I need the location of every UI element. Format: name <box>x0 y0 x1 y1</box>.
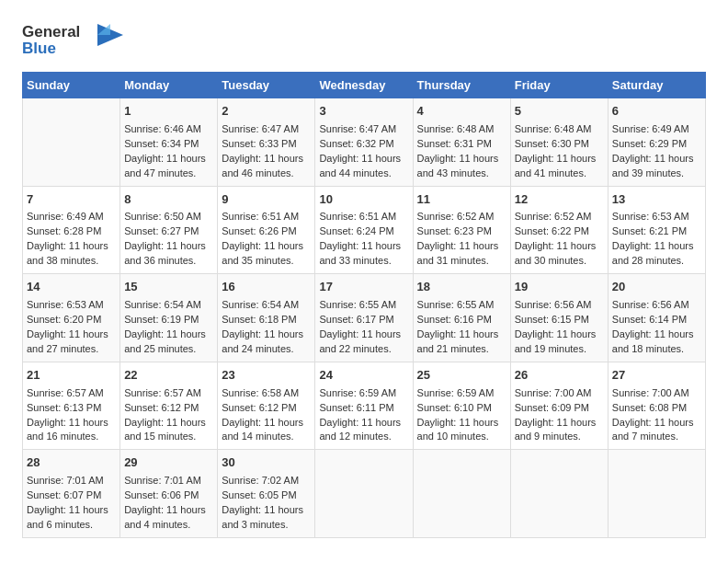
calendar-day: 21Sunrise: 6:57 AM Sunset: 6:13 PM Dayli… <box>23 362 120 450</box>
calendar-day: 3Sunrise: 6:47 AM Sunset: 6:32 PM Daylig… <box>315 98 413 187</box>
day-number: 19 <box>515 279 604 296</box>
calendar-day: 1Sunrise: 6:46 AM Sunset: 6:34 PM Daylig… <box>120 98 218 187</box>
calendar-day: 20Sunrise: 6:56 AM Sunset: 6:14 PM Dayli… <box>608 274 705 362</box>
weekday-header: Sunday <box>23 73 120 98</box>
day-info: Sunrise: 6:47 AM Sunset: 6:32 PM Dayligh… <box>319 122 408 181</box>
day-number: 5 <box>515 103 604 121</box>
calendar-week: 1Sunrise: 6:46 AM Sunset: 6:34 PM Daylig… <box>23 98 706 187</box>
day-info: Sunrise: 6:52 AM Sunset: 6:23 PM Dayligh… <box>417 210 506 269</box>
calendar-day: 12Sunrise: 6:52 AM Sunset: 6:22 PM Dayli… <box>510 186 608 274</box>
day-info: Sunrise: 6:57 AM Sunset: 6:13 PM Dayligh… <box>27 386 116 445</box>
weekday-header: Thursday <box>413 73 510 98</box>
calendar-day: 28Sunrise: 7:01 AM Sunset: 6:07 PM Dayli… <box>23 450 120 538</box>
calendar-day <box>413 450 510 538</box>
day-number: 27 <box>612 367 701 385</box>
day-number: 26 <box>515 367 604 385</box>
calendar-day: 27Sunrise: 7:00 AM Sunset: 6:08 PM Dayli… <box>608 362 705 450</box>
day-number: 25 <box>417 367 506 385</box>
calendar-week: 14Sunrise: 6:53 AM Sunset: 6:20 PM Dayli… <box>23 274 706 362</box>
day-info: Sunrise: 6:54 AM Sunset: 6:18 PM Dayligh… <box>222 298 311 357</box>
calendar-day: 15Sunrise: 6:54 AM Sunset: 6:19 PM Dayli… <box>120 274 218 362</box>
day-number: 12 <box>515 191 604 209</box>
day-number: 18 <box>417 279 506 296</box>
day-info: Sunrise: 6:58 AM Sunset: 6:12 PM Dayligh… <box>222 386 311 445</box>
day-number: 17 <box>319 279 408 296</box>
day-number: 1 <box>124 103 213 121</box>
day-number: 15 <box>124 279 213 296</box>
page-header: General Blue <box>22 18 706 63</box>
day-info: Sunrise: 6:53 AM Sunset: 6:21 PM Dayligh… <box>612 210 701 269</box>
calendar-day: 23Sunrise: 6:58 AM Sunset: 6:12 PM Dayli… <box>218 362 315 450</box>
calendar-header: SundayMondayTuesdayWednesdayThursdayFrid… <box>23 73 706 98</box>
day-number: 2 <box>222 103 311 121</box>
weekday-header: Tuesday <box>218 73 315 98</box>
calendar-day <box>608 450 705 538</box>
day-number: 30 <box>222 454 311 472</box>
day-info: Sunrise: 6:48 AM Sunset: 6:30 PM Dayligh… <box>515 122 604 181</box>
day-info: Sunrise: 6:49 AM Sunset: 6:28 PM Dayligh… <box>27 210 116 269</box>
day-number: 29 <box>124 454 213 472</box>
day-number: 14 <box>27 279 116 296</box>
calendar-day: 19Sunrise: 6:56 AM Sunset: 6:15 PM Dayli… <box>510 274 608 362</box>
day-info: Sunrise: 6:51 AM Sunset: 6:24 PM Dayligh… <box>319 210 408 269</box>
day-info: Sunrise: 6:51 AM Sunset: 6:26 PM Dayligh… <box>222 210 311 269</box>
calendar-day: 25Sunrise: 6:59 AM Sunset: 6:10 PM Dayli… <box>413 362 510 450</box>
calendar-day: 10Sunrise: 6:51 AM Sunset: 6:24 PM Dayli… <box>315 186 413 274</box>
calendar-day: 11Sunrise: 6:52 AM Sunset: 6:23 PM Dayli… <box>413 186 510 274</box>
weekday-header: Saturday <box>608 73 705 98</box>
day-number: 9 <box>222 191 311 209</box>
day-info: Sunrise: 6:56 AM Sunset: 6:15 PM Dayligh… <box>515 298 604 357</box>
calendar-day: 30Sunrise: 7:02 AM Sunset: 6:05 PM Dayli… <box>218 450 315 538</box>
calendar-day: 9Sunrise: 6:51 AM Sunset: 6:26 PM Daylig… <box>218 186 315 274</box>
day-info: Sunrise: 6:56 AM Sunset: 6:14 PM Dayligh… <box>612 298 701 357</box>
calendar-day: 8Sunrise: 6:50 AM Sunset: 6:27 PM Daylig… <box>120 186 218 274</box>
day-info: Sunrise: 6:48 AM Sunset: 6:31 PM Dayligh… <box>417 122 506 181</box>
weekday-header: Wednesday <box>315 73 413 98</box>
day-info: Sunrise: 7:00 AM Sunset: 6:08 PM Dayligh… <box>612 386 701 445</box>
day-number: 16 <box>222 279 311 296</box>
day-number: 6 <box>612 103 701 121</box>
svg-text:Blue: Blue <box>22 40 56 57</box>
day-info: Sunrise: 6:59 AM Sunset: 6:11 PM Dayligh… <box>319 386 408 445</box>
calendar-day: 26Sunrise: 7:00 AM Sunset: 6:09 PM Dayli… <box>510 362 608 450</box>
calendar-day: 13Sunrise: 6:53 AM Sunset: 6:21 PM Dayli… <box>608 186 705 274</box>
logo: General Blue <box>22 18 123 63</box>
day-info: Sunrise: 6:47 AM Sunset: 6:33 PM Dayligh… <box>222 122 311 181</box>
day-info: Sunrise: 6:53 AM Sunset: 6:20 PM Dayligh… <box>27 298 116 357</box>
calendar-day: 14Sunrise: 6:53 AM Sunset: 6:20 PM Dayli… <box>23 274 120 362</box>
day-info: Sunrise: 6:55 AM Sunset: 6:16 PM Dayligh… <box>417 298 506 357</box>
day-info: Sunrise: 6:59 AM Sunset: 6:10 PM Dayligh… <box>417 386 506 445</box>
calendar-table: SundayMondayTuesdayWednesdayThursdayFrid… <box>22 72 706 538</box>
weekday-header: Monday <box>120 73 218 98</box>
calendar-day: 7Sunrise: 6:49 AM Sunset: 6:28 PM Daylig… <box>23 186 120 274</box>
calendar-day: 22Sunrise: 6:57 AM Sunset: 6:12 PM Dayli… <box>120 362 218 450</box>
day-info: Sunrise: 7:02 AM Sunset: 6:05 PM Dayligh… <box>222 474 311 533</box>
day-number: 23 <box>222 367 311 385</box>
svg-text:General: General <box>22 23 80 40</box>
day-info: Sunrise: 6:52 AM Sunset: 6:22 PM Dayligh… <box>515 210 604 269</box>
day-number: 21 <box>27 367 116 385</box>
day-info: Sunrise: 6:57 AM Sunset: 6:12 PM Dayligh… <box>124 386 213 445</box>
day-info: Sunrise: 6:54 AM Sunset: 6:19 PM Dayligh… <box>124 298 213 357</box>
calendar-day: 24Sunrise: 6:59 AM Sunset: 6:11 PM Dayli… <box>315 362 413 450</box>
day-number: 7 <box>27 191 116 209</box>
day-number: 10 <box>319 191 408 209</box>
day-number: 13 <box>612 191 701 209</box>
calendar-week: 28Sunrise: 7:01 AM Sunset: 6:07 PM Dayli… <box>23 450 706 538</box>
calendar-day <box>510 450 608 538</box>
calendar-week: 7Sunrise: 6:49 AM Sunset: 6:28 PM Daylig… <box>23 186 706 274</box>
calendar-day: 17Sunrise: 6:55 AM Sunset: 6:17 PM Dayli… <box>315 274 413 362</box>
day-number: 22 <box>124 367 213 385</box>
logo-text: General Blue <box>22 18 123 63</box>
day-number: 4 <box>417 103 506 121</box>
day-number: 8 <box>124 191 213 209</box>
weekday-header: Friday <box>510 73 608 98</box>
calendar-day: 16Sunrise: 6:54 AM Sunset: 6:18 PM Dayli… <box>218 274 315 362</box>
calendar-day <box>23 98 120 187</box>
calendar-day: 4Sunrise: 6:48 AM Sunset: 6:31 PM Daylig… <box>413 98 510 187</box>
calendar-week: 21Sunrise: 6:57 AM Sunset: 6:13 PM Dayli… <box>23 362 706 450</box>
calendar-day: 5Sunrise: 6:48 AM Sunset: 6:30 PM Daylig… <box>510 98 608 187</box>
calendar-day: 6Sunrise: 6:49 AM Sunset: 6:29 PM Daylig… <box>608 98 705 187</box>
day-number: 28 <box>27 454 116 472</box>
day-info: Sunrise: 7:01 AM Sunset: 6:07 PM Dayligh… <box>27 474 116 533</box>
